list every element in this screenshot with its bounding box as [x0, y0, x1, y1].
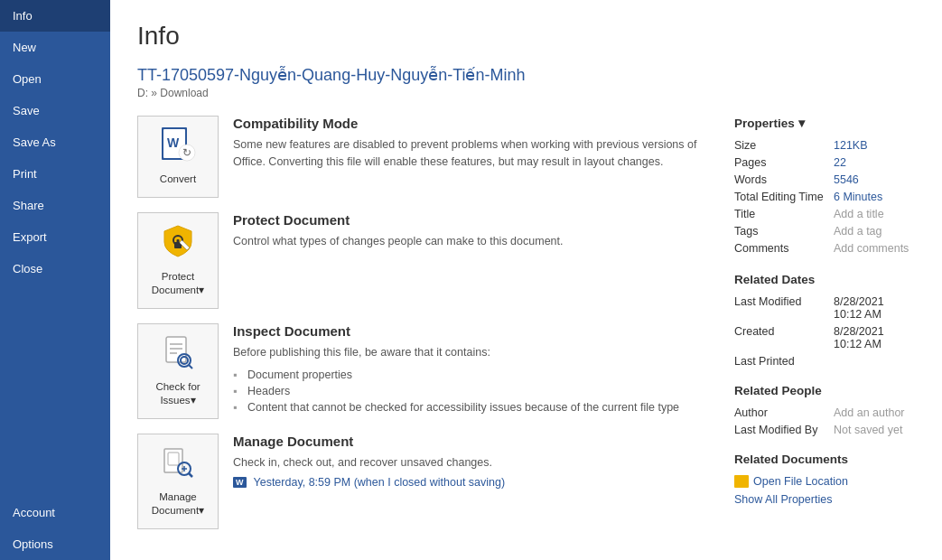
prop-words-label: Words [734, 173, 834, 186]
prop-tags-label: Tags [734, 225, 834, 238]
properties-title: Properties ▾ [734, 116, 915, 130]
properties-section: Properties ▾ Size 121KB Pages 22 Words 5… [734, 116, 915, 255]
prop-words-row: Words 5546 [734, 173, 915, 186]
manage-card: ManageDocument▾ Manage Document Check in… [137, 434, 716, 529]
version-entry: W Yesterday, 8:59 PM (when I closed with… [233, 476, 505, 489]
show-all-properties-link[interactable]: Show All Properties [734, 493, 832, 506]
prop-comments-label: Comments [734, 242, 834, 255]
main-content: Info TT-17050597-Nguyễn-Quang-Huy-Nguyễn… [110, 0, 942, 560]
sidebar-item-save[interactable]: Save [0, 95, 110, 126]
bullet-headers: Headers [233, 383, 679, 399]
prop-comments-row: Comments Add comments [734, 242, 915, 255]
prop-title-label: Title [734, 208, 834, 220]
last-modified-label: Last Modified [734, 295, 834, 321]
prop-editing-label: Total Editing Time [734, 191, 834, 203]
right-panel: Properties ▾ Size 121KB Pages 22 Words 5… [716, 116, 915, 544]
bullet-accessibility: Content that cannot be checked for acces… [233, 399, 679, 415]
last-modified-by-row: Last Modified By Not saved yet [734, 424, 915, 436]
manage-document-button[interactable]: ManageDocument▾ [137, 434, 219, 529]
inspect-description: Before publishing this file, be aware th… [233, 344, 679, 361]
svg-line-19 [189, 473, 192, 477]
convert-button[interactable]: W ↻ Convert [137, 116, 219, 198]
protect-label: ProtectDocument▾ [152, 270, 204, 297]
convert-label: Convert [160, 173, 196, 186]
content-area: W ↻ Convert Compatibility Mode Some new … [137, 116, 915, 544]
sidebar-item-options[interactable]: Options [0, 528, 110, 560]
protect-card: ProtectDocument▾ Protect Document Contro… [137, 212, 716, 309]
sidebar: Info New Open Save Save As Print Share E… [0, 0, 110, 560]
convert-text: Compatibility Mode Some new features are… [233, 116, 716, 198]
document-path: D: » Download [137, 87, 915, 99]
inspect-text: Inspect Document Before publishing this … [233, 323, 679, 419]
related-people-section: Related People Author Add an author Last… [734, 384, 915, 436]
prop-comments-value[interactable]: Add comments [834, 242, 909, 255]
last-printed-row: Last Printed [734, 355, 915, 368]
svg-line-15 [189, 365, 192, 369]
properties-table: Size 121KB Pages 22 Words 5546 Total Edi… [734, 139, 915, 255]
prop-pages-row: Pages 22 [734, 156, 915, 169]
related-dates-section: Related Dates Last Modified 8/28/2021 10… [734, 273, 915, 368]
inspect-bullets: Document properties Headers Content that… [233, 367, 679, 415]
word-icon-small: W [233, 477, 247, 488]
sidebar-item-export[interactable]: Export [0, 221, 110, 253]
document-title: TT-17050597-Nguyễn-Quang-Huy-Nguyễn-Tiến… [137, 65, 915, 85]
prop-size-value: 121KB [834, 139, 868, 152]
created-row: Created 8/28/2021 10:12 AM [734, 325, 915, 350]
last-printed-label: Last Printed [734, 355, 834, 368]
bullet-doc-props: Document properties [233, 367, 679, 383]
manage-title: Manage Document [233, 434, 505, 449]
protect-text: Protect Document Control what types of c… [233, 212, 564, 309]
last-modified-by-label: Last Modified By [734, 424, 834, 436]
author-value[interactable]: Add an author [834, 406, 905, 419]
manage-label: ManageDocument▾ [152, 490, 204, 518]
prop-words-value: 5546 [834, 173, 859, 186]
manage-description: Check in, check out, and recover unsaved… [233, 454, 505, 471]
sidebar-item-account[interactable]: Account [0, 497, 110, 528]
sidebar-item-open[interactable]: Open [0, 63, 110, 95]
related-docs-section: Related Documents Open File Location Sho… [734, 453, 915, 506]
manage-text: Manage Document Check in, check out, and… [233, 434, 505, 529]
sidebar-item-share[interactable]: Share [0, 190, 110, 221]
inspect-icon [161, 335, 195, 375]
sidebar-item-print[interactable]: Print [0, 158, 110, 190]
prop-tags-value[interactable]: Add a tag [834, 225, 882, 238]
convert-description: Some new features are disabled to preven… [233, 136, 716, 171]
svg-rect-17 [168, 453, 179, 465]
last-modified-by-value: Not saved yet [834, 424, 902, 436]
related-dates-title: Related Dates [734, 273, 915, 286]
check-issues-button[interactable]: Check forIssues▾ [137, 323, 219, 419]
sidebar-item-save-as[interactable]: Save As [0, 126, 110, 158]
prop-size-label: Size [734, 139, 834, 152]
protect-title: Protect Document [233, 212, 564, 228]
version-text: Yesterday, 8:59 PM (when I closed withou… [254, 476, 506, 489]
prop-editing-value: 6 Minutes [834, 191, 882, 203]
protect-description: Control what types of changes people can… [233, 233, 564, 250]
related-people-title: Related People [734, 384, 915, 397]
open-file-label: Open File Location [753, 475, 848, 488]
sidebar-item-new[interactable]: New [0, 32, 110, 63]
last-modified-value: 8/28/2021 10:12 AM [834, 295, 915, 321]
convert-card: W ↻ Convert Compatibility Mode Some new … [137, 116, 716, 198]
prop-tags-row: Tags Add a tag [734, 225, 915, 238]
prop-editing-row: Total Editing Time 6 Minutes [734, 191, 915, 203]
inspect-title: Inspect Document [233, 323, 679, 339]
svg-text:W: W [167, 135, 180, 150]
open-file-location-button[interactable]: Open File Location [734, 475, 915, 488]
inspect-card: Check forIssues▾ Inspect Document Before… [137, 323, 716, 419]
created-label: Created [734, 325, 834, 350]
last-modified-row: Last Modified 8/28/2021 10:12 AM [734, 295, 915, 321]
left-panel: W ↻ Convert Compatibility Mode Some new … [137, 116, 716, 544]
page-title: Info [137, 22, 915, 51]
sidebar-item-info[interactable]: Info [0, 0, 110, 32]
prop-title-value[interactable]: Add a title [834, 208, 884, 220]
svg-rect-9 [166, 337, 186, 362]
check-issues-label: Check forIssues▾ [155, 380, 200, 407]
svg-text:↻: ↻ [182, 146, 191, 159]
author-label: Author [734, 406, 834, 419]
author-row: Author Add an author [734, 406, 915, 419]
protect-button[interactable]: ProtectDocument▾ [137, 212, 219, 309]
prop-size-row: Size 121KB [734, 139, 915, 152]
convert-title: Compatibility Mode [233, 116, 716, 131]
sidebar-item-close[interactable]: Close [0, 253, 110, 285]
prop-pages-value: 22 [834, 156, 846, 169]
